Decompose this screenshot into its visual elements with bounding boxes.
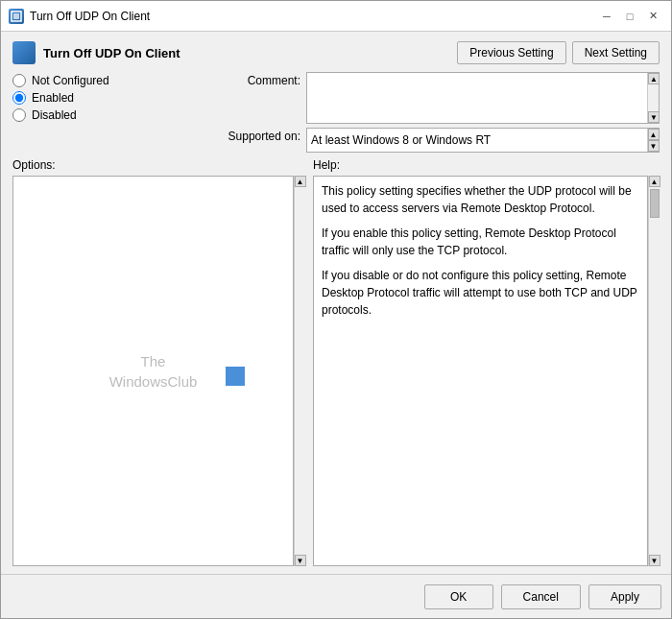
- radio-disabled-input[interactable]: [12, 108, 26, 122]
- watermark-text: The WindowsClub: [109, 351, 198, 392]
- help-paragraph-3: If you disable or do not configure this …: [322, 267, 639, 319]
- supported-label: Supported on:: [214, 128, 300, 143]
- title-bar: Turn Off UDP On Client ─ □ ✕: [1, 1, 671, 32]
- radio-not-configured[interactable]: Not Configured: [12, 74, 214, 87]
- comment-wrapper: ▲ ▼: [306, 72, 660, 124]
- main-window: Turn Off UDP On Client ─ □ ✕ Turn Off UD…: [0, 0, 672, 619]
- radio-not-configured-label: Not Configured: [32, 74, 109, 87]
- radio-enabled-label: Enabled: [32, 91, 74, 105]
- supported-value: At least Windows 8 or Windows RT: [307, 129, 647, 152]
- radio-disabled-label: Disabled: [32, 108, 77, 122]
- comment-scroll-down[interactable]: ▼: [648, 111, 660, 123]
- options-box-wrapper: The WindowsClub ▲ ▼: [12, 176, 305, 566]
- next-setting-button[interactable]: Next Setting: [572, 41, 660, 64]
- minimize-button[interactable]: ─: [596, 6, 617, 27]
- help-scrollbar: ▲ ▼: [648, 176, 660, 566]
- title-controls: ─ □ ✕: [596, 6, 663, 27]
- header-buttons: Previous Setting Next Setting: [457, 41, 660, 64]
- help-paragraph-1: This policy setting specifies whether th…: [322, 182, 639, 217]
- watermark-icon: [226, 367, 245, 386]
- help-box: This policy setting specifies whether th…: [313, 176, 648, 566]
- window-icon: [9, 9, 24, 24]
- title-bar-left: Turn Off UDP On Client: [9, 9, 150, 24]
- header-section: Turn Off UDP On Client Previous Setting …: [12, 41, 660, 64]
- options-box: The WindowsClub: [12, 176, 294, 566]
- radio-disabled[interactable]: Disabled: [12, 108, 214, 122]
- options-help-section: Options: The WindowsClub ▲: [12, 158, 660, 566]
- help-scroll-thumb[interactable]: [650, 189, 660, 218]
- options-panel: Options: The WindowsClub ▲: [12, 158, 305, 566]
- middle-section: Not Configured Enabled Disabled Comment:: [12, 72, 660, 153]
- header-icon: [12, 41, 36, 64]
- watermark-area: The WindowsClub: [13, 177, 293, 565]
- radio-enabled[interactable]: Enabled: [12, 91, 214, 105]
- window-title: Turn Off UDP On Client: [30, 10, 150, 23]
- supported-row: Supported on: At least Windows 8 or Wind…: [214, 128, 660, 153]
- prev-setting-button[interactable]: Previous Setting: [457, 41, 565, 64]
- content-area: Turn Off UDP On Client Previous Setting …: [1, 32, 671, 574]
- header-title-text: Turn Off UDP On Client: [43, 46, 180, 60]
- comment-row: Comment: ▲ ▼: [214, 72, 660, 124]
- help-paragraph-2: If you enable this policy setting, Remot…: [322, 225, 639, 259]
- options-scroll-up[interactable]: ▲: [295, 176, 306, 187]
- comment-scroll-up[interactable]: ▲: [648, 73, 660, 84]
- options-label: Options:: [12, 158, 305, 172]
- help-box-wrapper: This policy setting specifies whether th…: [313, 176, 660, 566]
- svg-rect-1: [13, 13, 19, 19]
- radio-enabled-input[interactable]: [12, 91, 26, 105]
- comment-input[interactable]: [307, 73, 647, 123]
- options-scrollbar: ▲ ▼: [294, 176, 305, 566]
- comment-scrollbar: ▲ ▼: [647, 73, 659, 123]
- apply-button[interactable]: Apply: [588, 584, 661, 609]
- supported-scrollbar: ▲ ▼: [647, 129, 659, 152]
- footer: OK Cancel Apply: [1, 574, 671, 618]
- help-scroll-down[interactable]: ▼: [649, 555, 660, 566]
- help-panel: Help: This policy setting specifies whet…: [313, 158, 660, 566]
- close-button[interactable]: ✕: [642, 6, 663, 27]
- help-scroll-up[interactable]: ▲: [649, 176, 660, 187]
- supported-wrapper: At least Windows 8 or Windows RT ▲ ▼: [306, 128, 660, 153]
- radio-not-configured-input[interactable]: [12, 74, 26, 87]
- maximize-button[interactable]: □: [619, 6, 640, 27]
- right-fields: Comment: ▲ ▼ Supported on: At least: [214, 72, 660, 153]
- comment-label: Comment:: [214, 72, 300, 87]
- supported-scroll-down[interactable]: ▼: [648, 140, 660, 152]
- options-scroll-down[interactable]: ▼: [295, 555, 306, 566]
- supported-scroll-up[interactable]: ▲: [648, 129, 660, 140]
- help-label: Help:: [313, 158, 660, 172]
- cancel-button[interactable]: Cancel: [501, 584, 581, 609]
- radio-group: Not Configured Enabled Disabled: [12, 72, 214, 153]
- header-title-group: Turn Off UDP On Client: [12, 41, 180, 64]
- ok-button[interactable]: OK: [424, 584, 493, 609]
